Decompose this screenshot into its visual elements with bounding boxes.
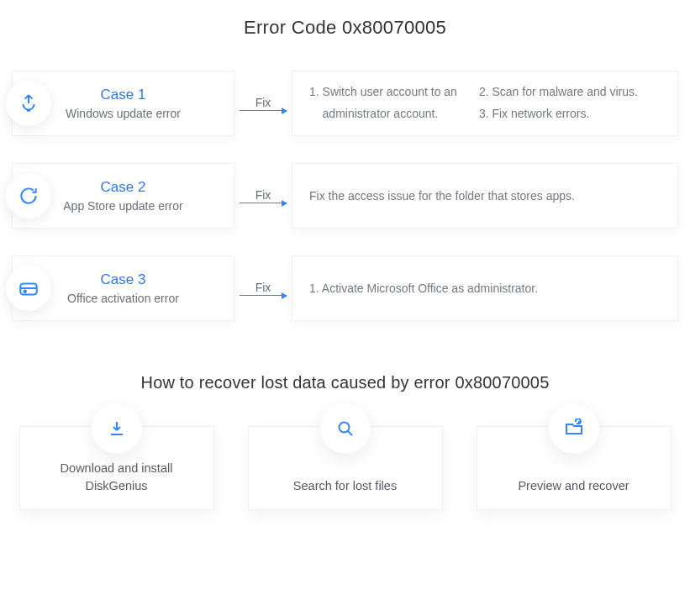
arrow-icon	[240, 110, 287, 111]
case-1-title: Case 1	[101, 87, 146, 103]
case-card-2: Case 2 App Store update error	[12, 163, 234, 229]
fix-1-item-1a: 1. Switch user account to an	[309, 83, 457, 102]
case-row-1: Case 1 Windows update error Fix 1. Switc…	[12, 71, 678, 136]
svg-point-2	[339, 423, 349, 433]
fix-arrow-1: Fix	[234, 96, 292, 111]
card-icon	[6, 266, 51, 311]
folder-recover-icon	[549, 403, 599, 454]
fix-arrow-2: Fix	[234, 188, 292, 203]
search-icon	[320, 403, 371, 454]
case-card-3: Case 3 Office activation error	[12, 255, 234, 321]
fix-label-2: Fix	[255, 188, 271, 202]
step-3-label: Preview and recover	[503, 477, 644, 494]
fix-2-text: Fix the access issue for the folder that…	[309, 189, 575, 203]
case-2-subtitle: App Store update error	[63, 199, 182, 213]
case-3-title: Case 3	[101, 271, 146, 288]
step-2-label: Search for lost files	[278, 477, 412, 494]
case-1-subtitle: Windows update error	[66, 107, 181, 120]
refresh-icon	[6, 173, 51, 218]
step-card-3: Preview and recover	[477, 426, 672, 510]
svg-point-1	[24, 290, 26, 292]
fix-card-2: Fix the access issue for the folder that…	[292, 163, 678, 229]
fix-card-1: 1. Switch user account to an administrat…	[292, 71, 678, 136]
case-row-2: Case 2 App Store update error Fix Fix th…	[12, 163, 678, 229]
fix-1-item-2: 2. Scan for malware and virus.	[479, 83, 638, 102]
page-title: Error Code 0x80070005	[8, 17, 682, 39]
step-card-1: Download and install DiskGenius	[19, 426, 214, 510]
case-row-3: Case 3 Office activation error Fix 1. Ac…	[12, 255, 678, 321]
svg-rect-0	[20, 284, 37, 295]
case-3-subtitle: Office activation error	[67, 292, 179, 305]
fix-label-3: Fix	[255, 281, 271, 294]
download-icon	[92, 403, 142, 454]
arrow-icon	[240, 295, 287, 296]
step-1-label: Download and install DiskGenius	[20, 460, 213, 494]
fix-1-item-3: 3. Fix network errors.	[479, 105, 638, 124]
fix-arrow-3: Fix	[234, 281, 292, 296]
case-card-1: Case 1 Windows update error	[12, 71, 234, 136]
step-card-2: Search for lost files	[248, 426, 443, 510]
recover-title: How to recover lost data caused by error…	[8, 373, 682, 392]
fix-label-1: Fix	[255, 96, 271, 109]
lightbulb-up-icon	[6, 81, 51, 126]
steps-container: Download and install DiskGenius Search f…	[8, 426, 682, 510]
fix-3-text: 1. Activate Microsoft Office as administ…	[309, 282, 538, 295]
case-2-title: Case 2	[101, 179, 146, 196]
fix-1-item-1b: administrator account.	[309, 105, 457, 124]
fix-card-3: 1. Activate Microsoft Office as administ…	[292, 255, 678, 321]
cases-container: Case 1 Windows update error Fix 1. Switc…	[8, 71, 682, 321]
arrow-icon	[240, 203, 287, 203]
